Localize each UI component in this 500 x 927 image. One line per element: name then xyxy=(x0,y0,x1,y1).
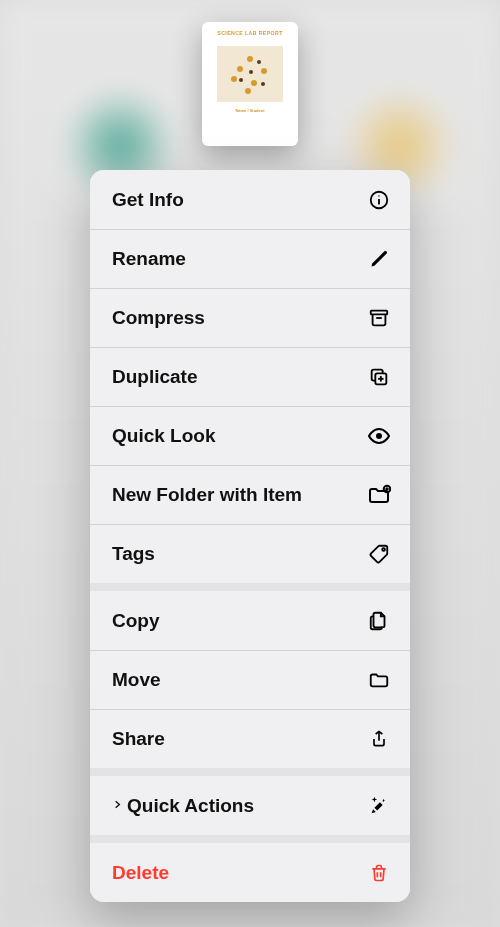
folder-plus-icon xyxy=(366,482,392,508)
svg-rect-3 xyxy=(371,311,388,315)
menu-item-get-info[interactable]: Get Info xyxy=(90,170,410,229)
menu-group-3: Quick Actions xyxy=(90,768,410,835)
file-preview-caption-line xyxy=(250,113,251,117)
file-preview[interactable]: SCIENCE LAB REPORT Name / Student xyxy=(202,22,298,146)
archivebox-icon xyxy=(366,305,392,331)
share-icon xyxy=(366,726,392,752)
trash-icon xyxy=(366,860,392,886)
sparkles-icon xyxy=(366,793,392,819)
svg-point-8 xyxy=(376,433,382,439)
info-icon xyxy=(366,187,392,213)
menu-item-label: New Folder with Item xyxy=(112,484,302,506)
menu-item-label: Quick Actions xyxy=(112,795,254,817)
menu-item-copy[interactable]: Copy xyxy=(90,591,410,650)
menu-group-4: Delete xyxy=(90,835,410,902)
doc-on-doc-icon xyxy=(366,608,392,634)
chevron-right-icon xyxy=(112,797,121,812)
menu-item-new-folder[interactable]: New Folder with Item xyxy=(90,465,410,524)
menu-item-label: Tags xyxy=(112,543,155,565)
eye-icon xyxy=(366,423,392,449)
menu-item-tags[interactable]: Tags xyxy=(90,524,410,583)
menu-item-delete[interactable]: Delete xyxy=(90,843,410,902)
duplicate-icon xyxy=(366,364,392,390)
menu-item-label: Move xyxy=(112,669,161,691)
menu-item-move[interactable]: Move xyxy=(90,650,410,709)
menu-item-compress[interactable]: Compress xyxy=(90,288,410,347)
menu-item-label: Copy xyxy=(112,610,160,632)
file-preview-art xyxy=(217,46,283,102)
menu-item-label: Duplicate xyxy=(112,366,198,388)
context-menu: Get Info Rename Compress Duplicate xyxy=(90,170,410,902)
svg-point-2 xyxy=(378,195,379,196)
menu-item-rename[interactable]: Rename xyxy=(90,229,410,288)
menu-group-2: Copy Move Share xyxy=(90,583,410,768)
folder-icon xyxy=(366,667,392,693)
menu-item-quick-actions[interactable]: Quick Actions xyxy=(90,776,410,835)
file-preview-subtitle xyxy=(250,37,251,40)
menu-item-label: Quick Look xyxy=(112,425,215,447)
file-preview-title: SCIENCE LAB REPORT xyxy=(217,30,282,36)
menu-item-quick-look[interactable]: Quick Look xyxy=(90,406,410,465)
svg-point-12 xyxy=(382,548,385,551)
menu-item-label: Delete xyxy=(112,862,169,884)
menu-group-1: Get Info Rename Compress Duplicate xyxy=(90,170,410,583)
menu-item-duplicate[interactable]: Duplicate xyxy=(90,347,410,406)
menu-item-label: Compress xyxy=(112,307,205,329)
menu-item-label: Get Info xyxy=(112,189,184,211)
tag-icon xyxy=(366,541,392,567)
content: SCIENCE LAB REPORT Name / Student Get In… xyxy=(0,0,500,927)
menu-item-label: Share xyxy=(112,728,165,750)
menu-item-share[interactable]: Share xyxy=(90,709,410,768)
pencil-icon xyxy=(366,246,392,272)
menu-item-label: Rename xyxy=(112,248,186,270)
